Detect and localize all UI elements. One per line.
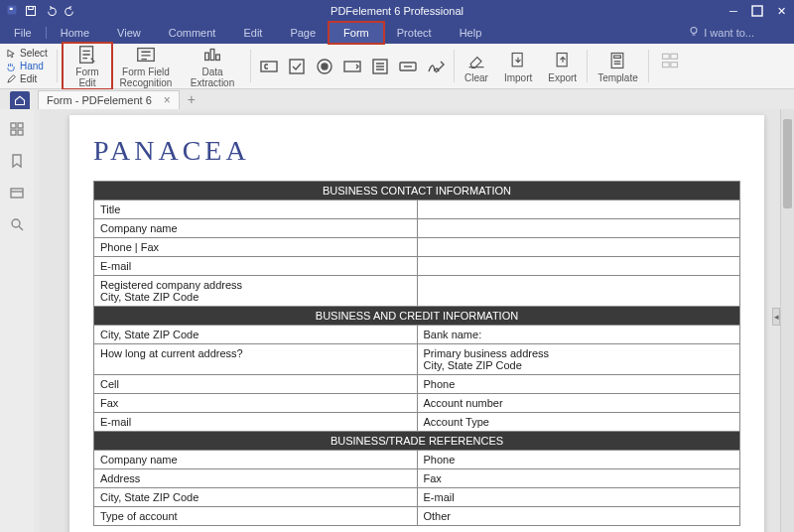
svg-point-4 bbox=[691, 28, 697, 34]
menu-comment[interactable]: Comment bbox=[155, 23, 230, 43]
field-s2-l5: E-mail bbox=[94, 413, 418, 432]
ribbon-ffr-label: Form Field Recognition bbox=[120, 66, 173, 88]
ribbon-import-label: Import bbox=[504, 72, 532, 83]
menu-form[interactable]: Form bbox=[330, 23, 383, 43]
tool-select[interactable]: Select bbox=[6, 48, 55, 59]
add-tab-button[interactable]: + bbox=[180, 89, 203, 109]
combobox-icon[interactable] bbox=[342, 57, 362, 76]
svg-rect-20 bbox=[614, 56, 621, 59]
radio-icon[interactable] bbox=[315, 57, 334, 76]
qat-redo-icon[interactable] bbox=[64, 4, 77, 18]
search-icon[interactable] bbox=[9, 216, 25, 232]
svg-rect-29 bbox=[11, 189, 23, 198]
clear-icon bbox=[465, 50, 487, 71]
value-regaddress[interactable] bbox=[417, 276, 740, 307]
menu-help[interactable]: Help bbox=[446, 23, 496, 43]
value-company[interactable] bbox=[417, 219, 740, 238]
field-s3-l1: Company name bbox=[94, 451, 418, 469]
template-icon bbox=[606, 50, 628, 71]
field-s2-l3: Cell bbox=[94, 375, 418, 394]
home-tab-button[interactable] bbox=[10, 91, 30, 109]
ribbon-form-edit[interactable]: Form Edit bbox=[60, 44, 115, 88]
field-s3-r2: Fax bbox=[417, 469, 740, 488]
svg-rect-28 bbox=[18, 130, 23, 135]
svg-rect-11 bbox=[290, 60, 304, 73]
close-button[interactable]: ✕ bbox=[774, 4, 788, 18]
menu-bar: File Home View Comment Edit Page Form Pr… bbox=[0, 22, 794, 44]
text-field-icon[interactable] bbox=[259, 57, 279, 76]
menu-page[interactable]: Page bbox=[276, 23, 330, 43]
svg-rect-21 bbox=[662, 54, 669, 59]
svg-rect-17 bbox=[512, 53, 522, 66]
ribbon-template[interactable]: Template bbox=[590, 44, 646, 88]
section-header-1: BUSINESS CONTACT INFORMATION bbox=[94, 182, 740, 200]
document-tab-bar: Form - PDFelement 6 × + bbox=[0, 89, 794, 109]
field-s2-l1: City, State ZIP Code bbox=[94, 326, 418, 344]
form-table: BUSINESS CONTACT INFORMATION Title Compa… bbox=[93, 181, 740, 526]
ribbon-clear[interactable]: Clear bbox=[457, 44, 496, 88]
form-field-recognition-icon bbox=[135, 44, 157, 66]
ribbon-import[interactable]: Import bbox=[496, 44, 540, 88]
tool-hand[interactable]: Hand bbox=[6, 61, 55, 71]
tool-edit[interactable]: Edit bbox=[6, 73, 55, 84]
document-tab-label: Form - PDFelement 6 bbox=[47, 94, 152, 106]
attachment-icon[interactable] bbox=[9, 185, 25, 200]
form-field-tools bbox=[253, 44, 452, 88]
value-phonefax[interactable] bbox=[417, 238, 740, 257]
tool-edit-label: Edit bbox=[20, 73, 37, 84]
button-tool-icon[interactable] bbox=[398, 57, 418, 76]
value-title[interactable] bbox=[417, 200, 740, 219]
field-company: Company name bbox=[94, 219, 418, 238]
minimize-button[interactable]: ─ bbox=[727, 4, 740, 18]
maximize-button[interactable] bbox=[750, 4, 764, 18]
ribbon-data-extraction[interactable]: Data Extraction bbox=[177, 44, 248, 88]
checkbox-icon[interactable] bbox=[287, 57, 307, 76]
tool-select-label: Select bbox=[20, 48, 48, 59]
i-want-to[interactable]: I want to... bbox=[688, 26, 794, 40]
svg-rect-2 bbox=[29, 7, 34, 10]
ribbon-form-field-recognition[interactable]: Form Field Recognition bbox=[115, 44, 177, 88]
menu-view[interactable]: View bbox=[103, 23, 155, 43]
qat-undo-icon[interactable] bbox=[44, 4, 58, 18]
svg-rect-9 bbox=[216, 55, 220, 61]
listbox-icon[interactable] bbox=[370, 57, 390, 76]
more-icon bbox=[659, 50, 681, 71]
document-tab[interactable]: Form - PDFelement 6 × bbox=[38, 90, 180, 109]
field-s2-r1: Bank name: bbox=[417, 326, 740, 344]
svg-point-30 bbox=[12, 219, 20, 227]
menu-edit[interactable]: Edit bbox=[229, 23, 276, 43]
svg-rect-24 bbox=[671, 62, 678, 66]
left-rail bbox=[0, 109, 34, 532]
document-heading: PANACEA bbox=[93, 135, 740, 167]
field-s3-r4: Other bbox=[417, 507, 740, 526]
ribbon-more[interactable] bbox=[651, 44, 689, 88]
tool-hand-label: Hand bbox=[20, 61, 44, 71]
app-logo-icon bbox=[6, 4, 18, 18]
menu-protect[interactable]: Protect bbox=[383, 23, 446, 43]
field-s2-r2: Primary business address City, State ZIP… bbox=[417, 344, 740, 375]
menu-file[interactable]: File bbox=[0, 23, 46, 43]
qat-save-icon[interactable] bbox=[24, 4, 38, 18]
document-area[interactable]: PANACEA BUSINESS CONTACT INFORMATION Tit… bbox=[40, 109, 780, 532]
thumbnails-icon[interactable] bbox=[9, 121, 25, 137]
app-title: PDFelement 6 Professional bbox=[331, 5, 463, 17]
svg-rect-3 bbox=[752, 6, 762, 16]
vertical-scrollbar[interactable] bbox=[780, 109, 794, 532]
signature-icon[interactable] bbox=[426, 57, 446, 76]
value-email[interactable] bbox=[417, 257, 740, 276]
expand-right-pane-icon[interactable]: ◂ bbox=[772, 308, 780, 326]
bookmark-icon[interactable] bbox=[9, 153, 25, 169]
ribbon: Select Hand Edit Form Edit Form Field Re… bbox=[0, 44, 794, 89]
svg-rect-22 bbox=[671, 54, 678, 59]
ribbon-clear-label: Clear bbox=[464, 72, 488, 83]
field-s2-r4: Account number bbox=[417, 394, 740, 413]
field-title: Title bbox=[94, 200, 418, 219]
field-s3-l4: Type of account bbox=[94, 507, 418, 526]
export-icon bbox=[552, 50, 574, 71]
data-extraction-icon bbox=[201, 44, 223, 66]
scrollbar-thumb[interactable] bbox=[783, 119, 792, 208]
ribbon-export[interactable]: Export bbox=[540, 44, 585, 88]
bulb-icon bbox=[688, 26, 700, 40]
close-tab-icon[interactable]: × bbox=[164, 93, 171, 107]
menu-home[interactable]: Home bbox=[47, 23, 103, 43]
